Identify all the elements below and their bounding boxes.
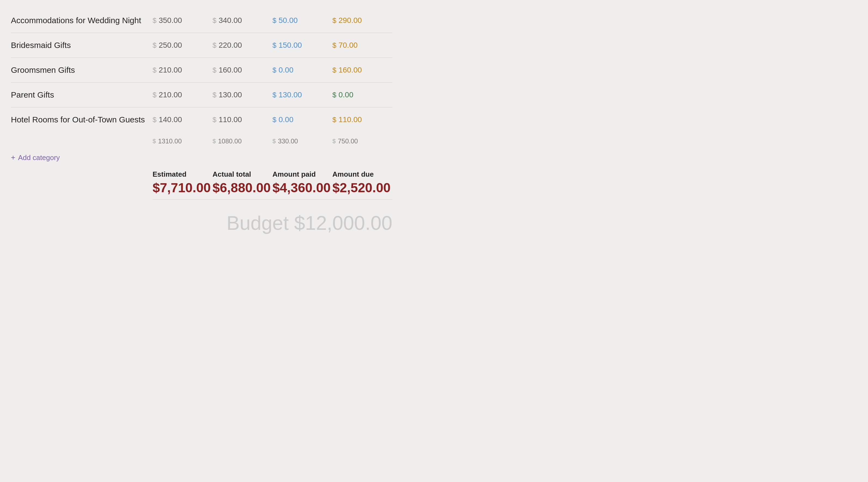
due-cell: $ 290.00: [332, 16, 392, 25]
dollar-icon-est: $: [153, 66, 156, 75]
table-row: Bridesmaid Gifts $ 250.00 $ 220.00 $ 150…: [11, 33, 392, 58]
summary-section: Estimated $7,710.00 Actual total $6,880.…: [11, 170, 392, 195]
actual-cell: $ 160.00: [213, 66, 273, 75]
category-name: Hotel Rooms for Out-of-Town Guests: [11, 115, 153, 124]
dollar-icon-sub-due: $: [332, 138, 336, 145]
dollar-icon-est: $: [153, 116, 156, 124]
subtotals-row: $ 1310.00 $ 1080.00 $ 330.00 $ 750.00: [11, 132, 392, 148]
actual-cell: $ 340.00: [213, 16, 273, 25]
subtotal-estimated-value: 1310.00: [158, 137, 182, 145]
dollar-icon-due: $: [332, 91, 336, 99]
estimated-value: 350.00: [159, 16, 182, 25]
dollar-icon-est: $: [153, 91, 156, 99]
due-value: $2,520.00: [332, 180, 392, 195]
summary-due-col: Amount due $2,520.00: [332, 170, 392, 195]
actual-cell: $ 130.00: [213, 90, 273, 99]
dollar-icon-sub-paid: $: [273, 138, 276, 145]
category-name: Groomsmen Gifts: [11, 65, 153, 75]
paid-value: $4,360.00: [273, 180, 332, 195]
category-name: Bridesmaid Gifts: [11, 40, 153, 50]
estimated-label: Estimated: [153, 170, 213, 178]
estimated-cell: $ 210.00: [153, 90, 213, 99]
dollar-icon-due: $: [332, 41, 336, 50]
actual-value: $6,880.00: [213, 180, 273, 195]
table-row: Parent Gifts $ 210.00 $ 130.00 $ 130.00 …: [11, 83, 392, 107]
actual-cell: $ 220.00: [213, 41, 273, 50]
dollar-icon-paid: $: [273, 91, 276, 99]
estimated-cell: $ 350.00: [153, 16, 213, 25]
table-row: Accommodations for Wedding Night $ 350.0…: [11, 8, 392, 33]
dollar-icon-paid: $: [273, 66, 276, 75]
paid-value: 130.00: [278, 90, 302, 99]
subtotal-paid-value: 330.00: [278, 137, 298, 145]
table-row: Hotel Rooms for Out-of-Town Guests $ 140…: [11, 107, 392, 132]
table-row: Groomsmen Gifts $ 210.00 $ 160.00 $ 0.00…: [11, 58, 392, 83]
due-value: 70.00: [338, 41, 358, 50]
paid-cell: $ 0.00: [273, 115, 332, 124]
paid-cell: $ 130.00: [273, 90, 332, 99]
dollar-icon-est: $: [153, 16, 156, 25]
estimated-value: 210.00: [159, 66, 182, 75]
paid-value: 0.00: [278, 66, 293, 75]
actual-value: 110.00: [218, 115, 242, 124]
actual-value: 160.00: [218, 66, 242, 75]
subtotal-due-value: 750.00: [338, 137, 358, 145]
divider-line: [153, 199, 392, 200]
budget-display: Budget $12,000.00: [11, 204, 392, 237]
category-name: Parent Gifts: [11, 90, 153, 100]
dollar-icon-act: $: [213, 41, 216, 50]
actual-value: 340.00: [218, 16, 242, 25]
dollar-icon-sub-act: $: [213, 138, 216, 145]
add-category-button[interactable]: + Add category: [11, 148, 392, 170]
actual-label: Actual total: [213, 170, 273, 178]
due-label: Amount due: [332, 170, 392, 178]
dollar-icon-act: $: [213, 91, 216, 99]
paid-label: Amount paid: [273, 170, 332, 178]
dollar-icon-due: $: [332, 66, 336, 75]
summary-actual-col: Actual total $6,880.00: [213, 170, 273, 195]
dollar-icon-act: $: [213, 16, 216, 25]
due-cell: $ 160.00: [332, 66, 392, 75]
subtotal-paid: $ 330.00: [273, 137, 332, 145]
dollar-icon-act: $: [213, 116, 216, 124]
subtotal-estimated: $ 1310.00: [153, 137, 213, 145]
plus-icon: +: [11, 153, 15, 162]
budget-label: Budget $12,000.00: [226, 212, 392, 234]
paid-cell: $ 50.00: [273, 16, 332, 25]
estimated-value: 140.00: [159, 115, 182, 124]
dollar-icon-est: $: [153, 41, 156, 50]
paid-value: 150.00: [278, 41, 302, 50]
add-category-label: Add category: [18, 153, 60, 162]
budget-table: Accommodations for Wedding Night $ 350.0…: [11, 8, 392, 237]
estimated-value: 210.00: [159, 90, 182, 99]
actual-cell: $ 110.00: [213, 115, 273, 124]
actual-value: 220.00: [218, 41, 242, 50]
due-value: 110.00: [338, 115, 362, 124]
estimated-value: 250.00: [159, 41, 182, 50]
paid-value: 50.00: [278, 16, 298, 25]
paid-value: 0.00: [278, 115, 293, 124]
estimated-value: $7,710.00: [153, 180, 213, 195]
estimated-cell: $ 250.00: [153, 41, 213, 50]
estimated-cell: $ 140.00: [153, 115, 213, 124]
dollar-icon-paid: $: [273, 41, 276, 50]
summary-paid-col: Amount paid $4,360.00: [273, 170, 332, 195]
dollar-icon-due: $: [332, 116, 336, 124]
divider-row: [11, 195, 392, 204]
due-cell: $ 70.00: [332, 41, 392, 50]
due-value: 290.00: [338, 16, 362, 25]
paid-cell: $ 150.00: [273, 41, 332, 50]
subtotal-due: $ 750.00: [332, 137, 392, 145]
due-value: 0.00: [338, 90, 353, 99]
due-cell: $ 110.00: [332, 115, 392, 124]
due-cell: $ 0.00: [332, 90, 392, 99]
rows-container: Accommodations for Wedding Night $ 350.0…: [11, 8, 392, 132]
estimated-cell: $ 210.00: [153, 66, 213, 75]
category-name: Accommodations for Wedding Night: [11, 16, 153, 25]
dollar-icon-due: $: [332, 16, 336, 25]
dollar-icon-paid: $: [273, 116, 276, 124]
summary-estimated-col: Estimated $7,710.00: [153, 170, 213, 195]
dollar-icon-act: $: [213, 66, 216, 75]
subtotal-actual: $ 1080.00: [213, 137, 273, 145]
paid-cell: $ 0.00: [273, 66, 332, 75]
